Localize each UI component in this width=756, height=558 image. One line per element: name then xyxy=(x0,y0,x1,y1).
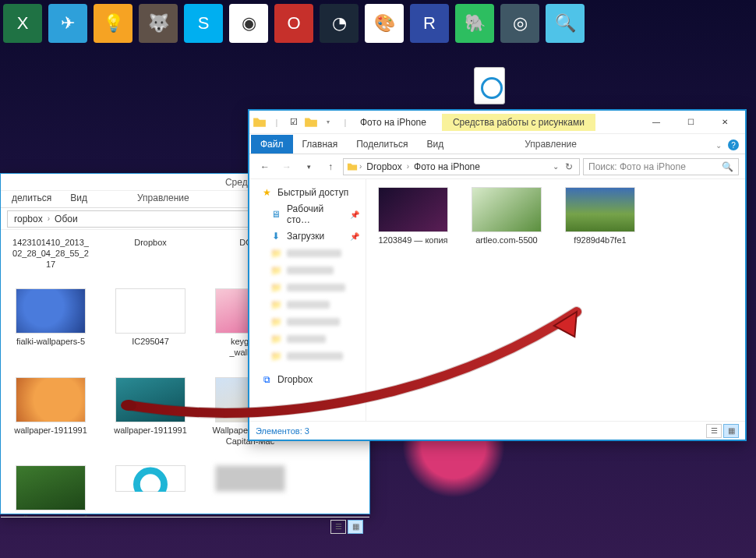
status-bar-back: ☰ ▦ xyxy=(1,517,369,535)
pin-icon[interactable]: 📌 xyxy=(350,210,359,219)
chevron-down-icon[interactable]: ⌄ xyxy=(553,162,559,171)
nav-forward-button[interactable]: → xyxy=(277,157,296,176)
steam-icon[interactable]: ◔ xyxy=(320,4,359,43)
tab-manage[interactable]: Управление xyxy=(128,189,199,207)
folder-icon xyxy=(347,161,358,172)
sidebar-item-blurred[interactable]: 📁 xyxy=(253,279,362,296)
sidebar-desktop[interactable]: 🖥 Рабочий сто… 📌 xyxy=(253,201,362,228)
file-thumbnail xyxy=(115,465,185,492)
file-item[interactable]: wallpaper-1911991 xyxy=(12,377,90,447)
svg-point-0 xyxy=(136,471,164,492)
sidebar-downloads[interactable]: ⬇ Загрузки 📌 xyxy=(253,228,362,245)
sidebar-item-blurred[interactable]: 📁 xyxy=(253,348,362,365)
tab-share[interactable]: Поделиться xyxy=(347,135,417,154)
file-item[interactable]: f9289d4b7fe1 xyxy=(564,187,636,246)
tab-view[interactable]: Вид xyxy=(417,135,453,154)
sidebar-item-blurred[interactable]: 📁 xyxy=(253,262,362,279)
close-button[interactable]: ✕ xyxy=(708,111,742,133)
file-thumbnail xyxy=(115,288,185,334)
camera-icon[interactable]: ◎ xyxy=(500,4,539,43)
nav-up-button[interactable]: ↑ xyxy=(321,157,340,176)
chevron-right-icon: › xyxy=(407,162,409,171)
search-icon[interactable]: 🔍 xyxy=(546,4,585,43)
tab-view[interactable]: Вид xyxy=(61,189,97,207)
sidebar-label: Рабочий сто… xyxy=(287,203,345,225)
file-name: fialki-wallpapers-5 xyxy=(16,337,85,348)
excel-icon[interactable]: X xyxy=(3,4,42,43)
file-name: f9289d4b7fe1 xyxy=(574,235,626,246)
nav-back-button[interactable]: ← xyxy=(256,157,274,176)
breadcrumb-item[interactable]: Dropbox xyxy=(363,161,404,172)
sidebar-item-blurred[interactable]: 📁 xyxy=(253,330,362,348)
chrome-icon[interactable]: ◉ xyxy=(229,4,268,43)
sidebar-label: Загрузки xyxy=(287,231,324,242)
picture-tools-tab[interactable]: Средства работы с рисунками xyxy=(442,114,595,131)
view-thumbnails-button[interactable]: ▦ xyxy=(723,424,739,438)
file-name: wallpapers-nature-1 xyxy=(12,514,88,517)
ribbon-expand-icon[interactable]: ⌄ xyxy=(715,141,722,150)
breadcrumb-item[interactable]: Обои xyxy=(51,214,81,224)
tab-manage[interactable]: Управление xyxy=(515,135,586,154)
desktop-shortcut-icon[interactable] xyxy=(472,65,507,106)
opera-icon[interactable]: O xyxy=(274,4,313,43)
file-item[interactable]: wallpapers-nature-1 xyxy=(12,465,90,517)
sidebar-label: Dropbox xyxy=(277,374,313,385)
qat-divider: | xyxy=(270,115,284,129)
evernote-icon[interactable]: 🐘 xyxy=(455,4,494,43)
window-title: Фото на iPhone xyxy=(360,117,426,128)
telegram-icon[interactable]: ✈ xyxy=(48,4,87,43)
tab-file[interactable]: Файл xyxy=(251,135,293,154)
download-icon: ⬇ xyxy=(270,230,282,242)
search-icon[interactable]: 🔍 xyxy=(722,161,733,172)
maximize-button[interactable]: ☐ xyxy=(673,111,708,133)
file-name: 1203849 — копия xyxy=(378,235,447,246)
help-icon[interactable]: ? xyxy=(728,140,739,150)
tab-home[interactable]: Главная xyxy=(293,135,348,154)
file-item[interactable]: 1203849 — копия xyxy=(377,187,449,246)
paint-icon[interactable]: 🎨 xyxy=(365,4,404,43)
breadcrumb-item[interactable]: Фото на iPhone xyxy=(411,161,483,172)
search-field[interactable]: Поиск: Фото на iPhone 🔍 xyxy=(583,158,739,175)
sidebar-dropbox[interactable]: ⧉ Dropbox xyxy=(253,371,362,388)
breadcrumb[interactable]: › Dropbox › Фото на iPhone ⌄ ↻ xyxy=(343,158,580,175)
file-item[interactable]: fialki-wallpapers-5 xyxy=(12,288,90,358)
dropbox-icon: ⧉ xyxy=(260,373,273,386)
sidebar-item-blurred[interactable]: 📁 xyxy=(253,313,362,330)
file-item[interactable] xyxy=(211,465,289,517)
folder-small-icon xyxy=(304,115,318,129)
file-item[interactable]: IC295047 xyxy=(111,288,189,358)
file-thumbnail xyxy=(16,288,86,334)
pin-icon[interactable]: 📌 xyxy=(350,232,359,241)
ribbon-tabs: Файл Главная Поделиться Вид Управление ⌄… xyxy=(249,134,745,154)
file-name: Dropbox xyxy=(134,238,167,249)
file-item[interactable]: Dropbox xyxy=(111,238,189,270)
breadcrumb-item[interactable]: ropbox xyxy=(11,214,46,224)
status-item-count: Элементов: 3 xyxy=(256,426,309,436)
file-item[interactable] xyxy=(111,465,189,517)
view-details-button[interactable]: ☰ xyxy=(706,424,722,438)
qat-dropdown-icon[interactable]: ▾ xyxy=(321,115,335,129)
file-thumbnail xyxy=(115,377,185,422)
view-details-button[interactable]: ☰ xyxy=(330,520,346,534)
nav-history-dropdown[interactable]: ▾ xyxy=(299,157,318,176)
checkbox-icon[interactable]: ☑ xyxy=(287,115,301,129)
sidebar-item-blurred[interactable]: 📁 xyxy=(253,296,362,313)
gimp-icon[interactable]: 🐺 xyxy=(139,4,178,43)
file-item[interactable]: 1423101410_2013_02_28_04_28_55_217 xyxy=(12,238,90,270)
minimize-button[interactable]: — xyxy=(639,111,673,133)
file-item[interactable]: wallpaper-1911991 xyxy=(111,377,189,447)
file-item[interactable]: artleo.com-5500 xyxy=(471,187,542,246)
refresh-icon[interactable]: ↻ xyxy=(565,161,573,172)
tab-share[interactable]: делиться xyxy=(2,189,61,207)
file-thumbnail xyxy=(378,187,448,232)
sidebar-quick-access[interactable]: ★ Быстрый доступ xyxy=(253,184,362,201)
lightbulb-icon[interactable]: 💡 xyxy=(94,4,132,43)
view-thumbnails-button[interactable]: ▦ xyxy=(348,520,363,534)
revo-icon[interactable]: R xyxy=(410,4,449,43)
title-bar[interactable]: | ☑ ▾ | Фото на iPhone Средства работы с… xyxy=(249,111,745,134)
file-grid: 1203849 — копияartleo.com-5500f9289d4b7f… xyxy=(366,179,745,421)
file-thumbnail xyxy=(16,465,86,510)
sidebar-item-blurred[interactable]: 📁 xyxy=(253,245,362,262)
nav-sidebar: ★ Быстрый доступ 🖥 Рабочий сто… 📌 ⬇ Загр… xyxy=(249,179,366,421)
skype-icon[interactable]: S xyxy=(184,4,223,43)
